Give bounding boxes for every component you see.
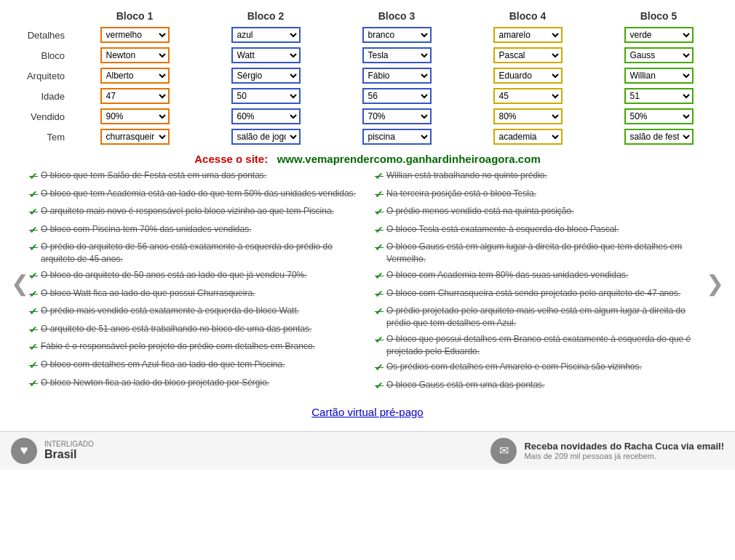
select-block2-arquiteto[interactable]: AlbertoSérgioFábioEduardoWillian	[231, 68, 301, 84]
check-icon: ✔	[375, 379, 384, 393]
select-block2-idade[interactable]: 4750564551	[231, 88, 301, 104]
clue-left-10: ✔O bloco com detalhes em Azul fica ao la…	[29, 359, 360, 373]
row-label-arquiteto: Arquiteto	[11, 65, 69, 86]
footer-link-container: Cartão virtual pré-pago	[11, 406, 724, 418]
select-block2-tem[interactable]: churrasqueirasalão de jogopiscinaacademi…	[231, 129, 301, 145]
select-block4-tem[interactable]: churrasqueirasalão de jogopiscinaacademi…	[493, 129, 563, 145]
block-cell-3-bloco: NewtonWattTeslaPascalGauss	[331, 45, 462, 65]
block3-header: Bloco 3	[331, 7, 462, 25]
block5-header: Bloco 5	[593, 7, 724, 25]
select-block1-tem[interactable]: churrasqueirasalão de jogopiscinaacademi…	[100, 129, 170, 145]
check-icon: ✔	[29, 223, 38, 238]
select-block3-idade[interactable]: 4750564551	[362, 88, 432, 104]
select-block5-detalhes[interactable]: vermelhoazulbrancoamareloverde	[624, 27, 694, 43]
clue-text: O prédio projetado pelo arquiteto mais v…	[386, 305, 706, 329]
promo-prefix: Acesse o site:	[194, 153, 268, 165]
clue-text: O bloco com Churrasqueira está sendo pro…	[386, 287, 680, 300]
clue-text: O prédio menos vendido está na quinta po…	[386, 205, 574, 217]
block-cell-3-idade: 4750564551	[331, 86, 462, 106]
block-cell-4-bloco: NewtonWattTeslaPascalGauss	[462, 45, 593, 65]
select-block1-detalhes[interactable]: vermelhoazulbrancoamareloverde	[100, 27, 170, 43]
clue-left-0: ✔O bloco que tem Salão de Festa está em …	[29, 169, 360, 184]
heart-icon: ♥	[11, 438, 37, 464]
clue-left-8: ✔O arquiteto de 51 anos está trabalhando…	[29, 323, 360, 337]
block-cell-1-vendido: 90%60%70%80%50%	[69, 106, 200, 127]
select-block2-vendido[interactable]: 90%60%70%80%50%	[231, 108, 301, 124]
select-block1-idade[interactable]: 4750564551	[100, 88, 170, 104]
block-cell-3-arquiteto: AlbertoSérgioFábioEduardoWillian	[331, 65, 462, 86]
clue-text: O bloco que tem Academia está ao lado do…	[41, 188, 356, 200]
virtual-card-link[interactable]: Cartão virtual pré-pago	[311, 406, 423, 418]
select-block5-vendido[interactable]: 90%60%70%80%50%	[624, 108, 694, 124]
select-block2-detalhes[interactable]: vermelhoazulbrancoamareloverde	[231, 27, 301, 43]
check-icon: ✔	[375, 333, 384, 348]
clue-left-5: ✔O bloco do arquiteto de 50 anos está ao…	[29, 269, 360, 284]
block-cell-1-idade: 4750564551	[69, 86, 200, 106]
clue-text: O bloco com Academia tem 80% das suas un…	[386, 269, 628, 281]
clue-left-4: ✔O prédio do arquiteto de 56 anos está e…	[29, 241, 360, 265]
bottom-bar: ♥ INTERLIGADO Brasil ✉ Receba novidades …	[0, 431, 735, 470]
select-block1-vendido[interactable]: 90%60%70%80%50%	[100, 108, 170, 124]
clue-text: Na terceira posição está o bloco Tesla.	[386, 188, 536, 200]
check-icon: ✔	[375, 205, 384, 220]
clues-wrapper: ❮ ✔O bloco que tem Salão de Festa está e…	[11, 169, 724, 397]
clue-right-8: ✔O bloco que possui detalhes em Branco e…	[375, 333, 706, 358]
select-block4-arquiteto[interactable]: AlbertoSérgioFábioEduardoWillian	[493, 68, 563, 84]
select-block5-tem[interactable]: churrasqueirasalão de jogopiscinaacademi…	[624, 129, 694, 145]
check-icon: ✔	[29, 287, 38, 302]
clue-left-7: ✔O prédio mais vendido está exatamente à…	[29, 305, 360, 319]
clue-right-7: ✔O prédio projetado pelo arquiteto mais …	[375, 305, 706, 329]
row-label-tem: Tem	[11, 127, 69, 147]
clue-text: Os prédios com detalhes em Amarelo e com…	[386, 361, 642, 373]
clue-text: O bloco que possui detalhes em Branco es…	[386, 333, 706, 358]
clue-right-5: ✔O bloco com Academia tem 80% das suas u…	[375, 269, 706, 284]
clue-left-3: ✔O bloco com Piscina tem 70% das unidade…	[29, 223, 360, 238]
check-icon: ✔	[375, 269, 384, 284]
clue-text: O prédio do arquiteto de 56 anos está ex…	[41, 241, 360, 265]
clue-text: O bloco Gauss está em algum lugar à dire…	[386, 241, 706, 265]
select-block5-bloco[interactable]: NewtonWattTeslaPascalGauss	[624, 47, 694, 63]
select-block3-vendido[interactable]: 90%60%70%80%50%	[362, 108, 432, 124]
row-label-bloco: Bloco	[11, 45, 69, 65]
block-cell-4-vendido: 90%60%70%80%50%	[462, 106, 593, 127]
select-block1-arquiteto[interactable]: AlbertoSérgioFábioEduardoWillian	[100, 68, 170, 84]
select-block4-detalhes[interactable]: vermelhoazulbrancoamareloverde	[493, 27, 563, 43]
select-block2-bloco[interactable]: NewtonWattTeslaPascalGauss	[231, 47, 301, 63]
clue-text: O bloco Tesla está exatamente à esquerda…	[386, 223, 619, 236]
select-block5-arquiteto[interactable]: AlbertoSérgioFábioEduardoWillian	[624, 68, 694, 84]
newsletter-info: Receba novidades do Racha Cuca via email…	[524, 441, 724, 460]
block-cell-1-arquiteto: AlbertoSérgioFábioEduardoWillian	[69, 65, 200, 86]
select-block3-arquiteto[interactable]: AlbertoSérgioFábioEduardoWillian	[362, 68, 432, 84]
nav-arrow-right[interactable]: ❯	[706, 271, 724, 296]
block-cell-3-vendido: 90%60%70%80%50%	[331, 106, 462, 127]
select-block3-tem[interactable]: churrasqueirasalão de jogopiscinaacademi…	[362, 129, 432, 145]
check-icon: ✔	[29, 323, 38, 337]
block-cell-5-idade: 4750564551	[593, 86, 724, 106]
interligado-label: INTERLIGADO	[44, 440, 94, 448]
check-icon: ✔	[29, 188, 38, 202]
clue-left-11: ✔O bloco Newton fica ao lado do bloco pr…	[29, 377, 360, 391]
select-block4-bloco[interactable]: NewtonWattTeslaPascalGauss	[493, 47, 563, 63]
nav-arrow-left[interactable]: ❮	[11, 271, 29, 296]
check-icon: ✔	[375, 188, 384, 202]
check-icon: ✔	[375, 287, 384, 302]
select-block3-detalhes[interactable]: vermelhoazulbrancoamareloverde	[362, 27, 432, 43]
check-icon: ✔	[29, 169, 38, 184]
select-block4-vendido[interactable]: 90%60%70%80%50%	[493, 108, 563, 124]
check-icon: ✔	[29, 305, 38, 319]
select-block5-idade[interactable]: 4750564551	[624, 88, 694, 104]
check-icon: ✔	[29, 377, 38, 391]
block-cell-5-arquiteto: AlbertoSérgioFábioEduardoWillian	[593, 65, 724, 86]
promo-url: www.vemaprendercomo.ganhardinheiroagora.…	[277, 153, 541, 165]
clue-right-9: ✔Os prédios com detalhes em Amarelo e co…	[375, 361, 706, 375]
check-icon: ✔	[375, 169, 384, 184]
select-block1-bloco[interactable]: NewtonWattTeslaPascalGauss	[100, 47, 170, 63]
block-cell-4-idade: 4750564551	[462, 86, 593, 106]
newsletter-sub: Mais de 209 mil pessoas já recebem.	[524, 452, 724, 460]
select-block3-bloco[interactable]: NewtonWattTeslaPascalGauss	[362, 47, 432, 63]
clue-right-10: ✔O bloco Gauss está em uma das pontas.	[375, 379, 706, 393]
clue-text: O prédio mais vendido está exatamente à …	[41, 305, 299, 317]
clue-text: Willian está trabalhando no quinto prédi…	[386, 169, 547, 182]
block2-header: Bloco 2	[200, 7, 331, 25]
select-block4-idade[interactable]: 4750564551	[493, 88, 563, 104]
